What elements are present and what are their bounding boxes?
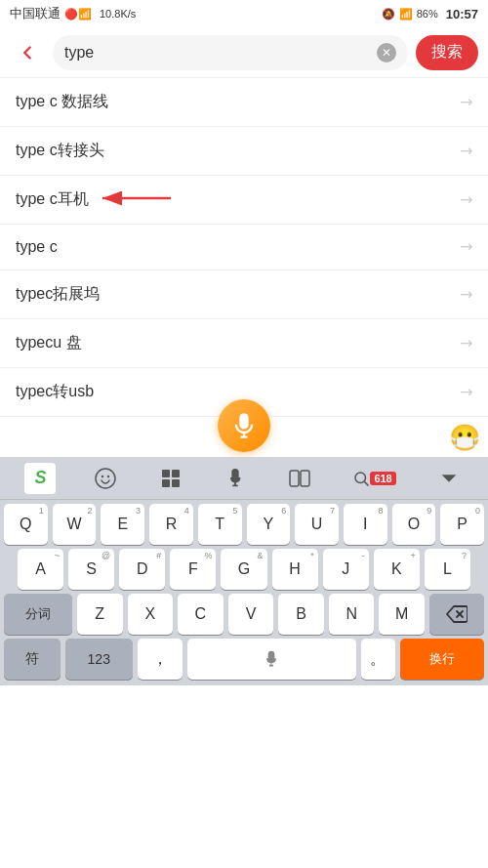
keyboard: 1Q 2W 3E 4R 5T 6Y 7U 8I 9O 0P ~A @S #D %… — [0, 500, 488, 685]
key-i[interactable]: 8I — [344, 504, 387, 545]
svg-rect-7 — [162, 479, 170, 487]
key-c[interactable]: C — [178, 594, 224, 635]
suggestion-arrow-icon: ↙ — [456, 189, 476, 210]
key-q[interactable]: 1Q — [4, 504, 48, 545]
mic-toolbar-button[interactable] — [221, 464, 250, 493]
search-bar: type ✕ 搜索 — [0, 27, 488, 78]
svg-rect-5 — [162, 470, 170, 477]
time-text: 10:57 — [446, 7, 478, 21]
618-badge: 618 — [370, 472, 395, 485]
key-row-numbers: 1Q 2W 3E 4R 5T 6Y 7U 8I 9O 0P — [0, 500, 488, 545]
key-enter[interactable]: 换行 — [400, 639, 484, 680]
suggestion-arrow-icon: ↙ — [456, 382, 476, 402]
svg-rect-8 — [172, 479, 180, 487]
search-button[interactable]: 搜索 — [416, 35, 478, 70]
key-fenchi[interactable]: 分词 — [4, 594, 72, 635]
battery-text: 86% — [417, 8, 438, 20]
key-k[interactable]: +K — [374, 549, 420, 590]
suggestion-text: type c转接头 — [16, 141, 104, 161]
key-y[interactable]: 6Y — [247, 504, 291, 545]
key-r[interactable]: 4R — [149, 504, 193, 545]
suggestion-text: typec拓展坞 — [16, 284, 100, 305]
svg-point-3 — [102, 475, 103, 476]
suggestion-text: type c 数据线 — [16, 92, 108, 112]
suggestion-item[interactable]: type c 数据线 ↙ — [0, 78, 488, 127]
status-left: 中国联通 🔴📶 10.8K/s — [10, 5, 136, 22]
mask-emoji-icon: 😷 — [449, 423, 480, 453]
clear-button[interactable]: ✕ — [377, 43, 396, 62]
suggestion-item[interactable]: typecu 盘 ↙ — [0, 319, 488, 368]
key-z[interactable]: Z — [77, 594, 123, 635]
hide-keyboard-button[interactable] — [434, 464, 464, 493]
key-l[interactable]: ?L — [425, 549, 470, 590]
suggestion-text: type c — [16, 238, 58, 256]
svg-point-11 — [355, 473, 366, 483]
key-row-space: 符 123 ， 。 换行 — [0, 635, 488, 685]
key-period[interactable]: 。 — [361, 639, 395, 680]
key-space[interactable] — [187, 639, 356, 680]
suggestion-item[interactable]: typec拓展坞 ↙ — [0, 270, 488, 319]
suggestion-text: typec转usb — [16, 382, 94, 402]
signal-icons: 🔴📶 — [64, 8, 92, 21]
key-f[interactable]: %F — [170, 549, 216, 590]
carrier-text: 中国联通 — [10, 5, 61, 22]
sougou-keyboard-icon[interactable]: S — [24, 463, 56, 494]
svg-point-2 — [96, 469, 115, 488]
svg-point-4 — [107, 475, 109, 476]
key-w[interactable]: 2W — [53, 504, 97, 545]
key-a[interactable]: ~A — [18, 549, 63, 590]
suggestion-item[interactable]: type c转接头 ↙ — [0, 127, 488, 176]
key-t[interactable]: 5T — [198, 504, 242, 545]
key-e[interactable]: 3E — [101, 504, 144, 545]
suggestion-text: type c耳机 — [16, 189, 89, 210]
suggestions-list: type c 数据线 ↙ type c转接头 ↙ type c耳机 ↙ type… — [0, 78, 488, 417]
suggestion-arrow-icon: ↙ — [456, 237, 476, 258]
suggestion-text: typecu 盘 — [16, 333, 82, 353]
speed-text: 10.8K/s — [100, 8, 136, 20]
grid-keyboard-button[interactable] — [155, 463, 186, 494]
search-input[interactable]: type — [64, 44, 377, 62]
key-backspace[interactable] — [429, 594, 484, 635]
key-x[interactable]: X — [128, 594, 174, 635]
key-v[interactable]: V — [228, 594, 274, 635]
search-input-wrap: type ✕ — [53, 35, 408, 70]
key-n[interactable]: N — [329, 594, 375, 635]
suggestion-arrow-icon: ↙ — [456, 333, 476, 353]
back-button[interactable] — [10, 35, 45, 70]
key-u[interactable]: 7U — [295, 504, 339, 545]
618-search-button[interactable]: 618 — [348, 466, 399, 491]
status-right: 🔕 📶 86% 10:57 — [382, 7, 478, 21]
key-o[interactable]: 9O — [392, 504, 436, 545]
key-symbol[interactable]: 符 — [4, 639, 61, 680]
key-b[interactable]: B — [278, 594, 324, 635]
emoji-button[interactable] — [90, 463, 121, 494]
svg-rect-9 — [290, 471, 299, 486]
key-s[interactable]: @S — [68, 549, 114, 590]
key-m[interactable]: M — [379, 594, 425, 635]
key-p[interactable]: 0P — [440, 504, 484, 545]
key-h[interactable]: *H — [272, 549, 318, 590]
s-logo-text: S — [34, 468, 46, 488]
suggestion-item-typelearphone[interactable]: type c耳机 ↙ — [0, 176, 488, 225]
status-bar: 中国联通 🔴📶 10.8K/s 🔕 📶 86% 10:57 — [0, 0, 488, 27]
keyboard-toolbar: S 618 — [0, 457, 488, 500]
svg-rect-6 — [172, 470, 180, 477]
content-area: type c 数据线 ↙ type c转接头 ↙ type c耳机 ↙ type… — [0, 78, 488, 457]
red-arrow-annotation — [98, 184, 176, 213]
svg-line-12 — [365, 481, 369, 485]
key-j[interactable]: -J — [323, 549, 369, 590]
key-row-middle: ~A @S #D %F &G *H -J +K ?L — [0, 545, 488, 590]
key-d[interactable]: #D — [119, 549, 165, 590]
wifi-icon: 📶 — [399, 8, 413, 21]
voice-button[interactable] — [218, 399, 270, 452]
key-123[interactable]: 123 — [65, 639, 133, 680]
suggestion-arrow-icon: ↙ — [456, 141, 476, 161]
split-keyboard-button[interactable] — [284, 463, 315, 494]
svg-marker-13 — [441, 475, 456, 481]
key-row-bottom: 分词 Z X C V B N M — [0, 590, 488, 635]
key-comma[interactable]: ， — [138, 639, 183, 680]
key-g[interactable]: &G — [221, 549, 266, 590]
mute-icon: 🔕 — [382, 8, 395, 21]
suggestion-arrow-icon: ↙ — [456, 92, 476, 112]
suggestion-item[interactable]: type c ↙ — [0, 225, 488, 270]
